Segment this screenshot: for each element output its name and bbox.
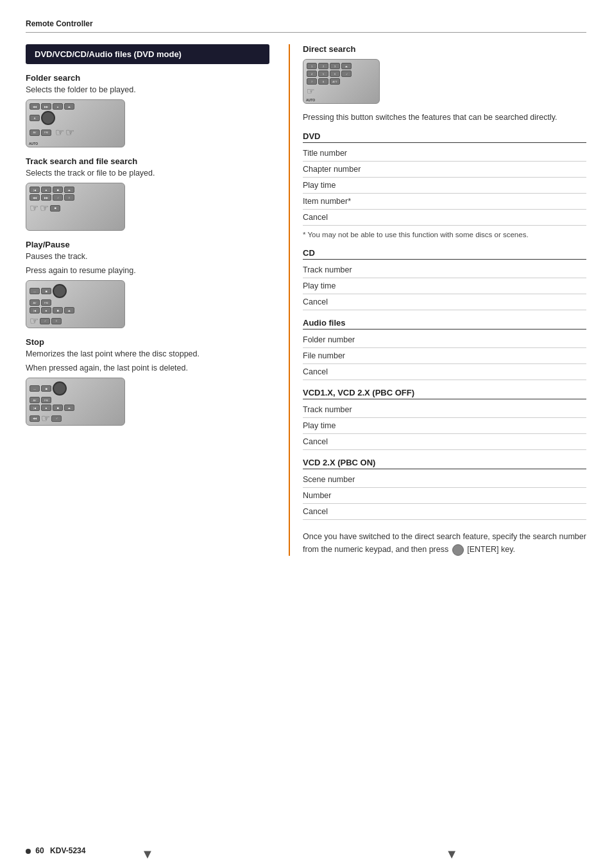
rc-btn: 8 xyxy=(318,78,328,85)
rc-btn: ✓ xyxy=(53,194,63,201)
vcd1x-section: VCD1.X, VCD 2.X (PBC OFF) Track number P… xyxy=(303,388,586,450)
rc-btn: |◀ xyxy=(30,405,40,411)
cd-item-3: Cancel xyxy=(303,294,586,310)
rc-row-3: |◀ ■ ⏹ ⏏ xyxy=(30,307,121,313)
hand-icon: ☞ xyxy=(55,126,64,138)
rc-row-4: ☞ ✓ ≡ xyxy=(30,315,121,327)
stop-line2: When pressed again, the last point is de… xyxy=(26,363,269,372)
remote-buttons-4: — ⏹ AV FM |◀ ■ ⏹ ⏏ xyxy=(30,381,121,424)
stop-title: Stop xyxy=(26,337,269,347)
rc-btn: — xyxy=(30,385,40,392)
rc-btn: ⏏ xyxy=(64,103,74,110)
right-column: Direct search 1 2 3 ⏏ 4 5 6 ✓ xyxy=(289,44,586,556)
rc-btn: ▲ xyxy=(53,103,63,110)
vcd2x-pbc-on-header: VCD 2.X (PBC ON) xyxy=(303,458,586,469)
rc-btn: AV xyxy=(30,129,40,136)
rc-row-3: ☞ ☞ ⏹ xyxy=(30,202,121,214)
vcd1x-item-2: Play time xyxy=(303,418,586,434)
vcd2x-item-1: Scene number xyxy=(303,472,586,488)
enter-key-icon xyxy=(452,544,464,556)
folder-search-section: Folder search Selects the folder to be p… xyxy=(26,73,269,147)
dvd-footnote: * You may not be able to use this functi… xyxy=(303,230,586,240)
rc-row-1: 1 2 3 ⏏ xyxy=(307,63,376,69)
direct-search-title: Direct search xyxy=(303,44,586,54)
rc-row-3: AV FM ☞ ☞ xyxy=(30,126,121,138)
bottom-note: Once you have switched to the direct sea… xyxy=(303,530,586,556)
rc-btn: FM xyxy=(41,299,51,306)
rc-btn: ⏏ xyxy=(64,187,74,193)
remote-buttons-3: — ⏹ AV FM |◀ ■ ⏹ ⏏ xyxy=(30,284,121,328)
hand-icon: ☞ xyxy=(30,315,38,327)
rc-btn: ■ xyxy=(41,405,51,411)
rc-btn: A xyxy=(30,115,40,121)
audio-item-1: Folder number xyxy=(303,332,586,348)
audio-item-2: File number xyxy=(303,348,586,364)
rc-btn: ATT xyxy=(330,78,340,85)
stop-line1: Memorizes the last point where the disc … xyxy=(26,349,269,358)
play-pause-line1: Pauses the track. xyxy=(26,252,269,261)
rc-dial-big xyxy=(53,284,67,298)
vcd2x-item-3: Cancel xyxy=(303,504,586,520)
cd-header: CD xyxy=(303,248,586,260)
rc-btn: 4 xyxy=(307,71,317,77)
rc-btn: ⏹ xyxy=(53,187,63,193)
bottom-note-text: Once you have switched to the direct sea… xyxy=(303,532,586,554)
rc-btn: |◀ xyxy=(30,307,40,313)
rc-btn: 5 xyxy=(318,71,328,77)
rc-btn: ≡ xyxy=(64,194,74,201)
cd-item-2: Play time xyxy=(303,278,586,294)
section-box-title: DVD/VCD/CD/Audio files (DVD mode) xyxy=(26,44,269,64)
rc-row-1: — ⏹ xyxy=(30,284,121,298)
dvd-item-3: Play time xyxy=(303,178,586,194)
rc-dial-big xyxy=(53,381,67,396)
rc-btn: ✓ xyxy=(341,71,352,77)
left-column-arrow: ▼ xyxy=(141,847,154,862)
stop-remote-image: — ⏹ AV FM |◀ ■ ⏹ ⏏ xyxy=(26,378,125,426)
vcd2x-pbc-on-section: VCD 2.X (PBC ON) Scene number Number Can… xyxy=(303,458,586,520)
rc-row-1: |◀ ■ ⏹ ⏏ xyxy=(30,187,121,193)
rc-btn: FM xyxy=(41,129,51,136)
footer-page-number: 60 xyxy=(35,846,44,855)
rc-row-2: ◀◀ ▶▶ ✓ ≡ xyxy=(30,194,121,201)
rc-btn: 6 xyxy=(330,71,340,77)
hand-icon: ☞ xyxy=(307,86,315,96)
rc-btn: ⏏ xyxy=(341,63,352,69)
rc-btn: ▶▶ xyxy=(41,103,51,110)
play-pause-title: Play/Pause xyxy=(26,240,269,249)
bottom-note-end: [ENTER] key. xyxy=(467,545,515,554)
audio-files-header: Audio files xyxy=(303,318,586,330)
left-column: DVD/VCD/CD/Audio files (DVD mode) Folder… xyxy=(26,44,269,556)
rc-btn: FM xyxy=(41,397,51,403)
switch-text: Pressing this button switches the featur… xyxy=(303,112,586,124)
rc-btn: ⏹ xyxy=(41,385,51,392)
hand-icon: ☞ xyxy=(41,412,50,424)
track-search-desc: Selects the track or file to be played. xyxy=(26,169,269,178)
folder-search-remote-image: ◀◀ ▶▶ ▲ ⏏ A AV FM ☞ ☞ xyxy=(26,99,125,147)
audio-files-section: Audio files Folder number File number Ca… xyxy=(303,318,586,380)
rc-label-right: AUTO xyxy=(306,98,315,102)
rc-btn: AV xyxy=(30,299,40,306)
audio-item-3: Cancel xyxy=(303,364,586,380)
vcd1x-item-1: Track number xyxy=(303,402,586,418)
rc-row-3: |◀ ■ ⏹ ⏏ xyxy=(30,405,121,411)
cd-item-1: Track number xyxy=(303,262,586,278)
header-title: Remote Controller xyxy=(26,19,93,28)
track-search-remote-image: |◀ ■ ⏹ ⏏ ◀◀ ▶▶ ✓ ≡ ☞ ☞ xyxy=(26,183,125,231)
track-search-title: Track search and file search xyxy=(26,156,269,166)
rc-btn: ⏏ xyxy=(64,307,74,313)
rc-btn: ⏹ xyxy=(50,205,60,212)
remote-buttons: ◀◀ ▶▶ ▲ ⏏ A AV FM ☞ ☞ xyxy=(30,103,121,138)
page-footer: 60 KDV-5234 xyxy=(26,846,85,855)
rc-btn: ■ xyxy=(41,187,51,193)
play-pause-remote-image: — ⏹ AV FM |◀ ■ ⏹ ⏏ xyxy=(26,280,125,328)
rc-btn: 7 xyxy=(307,78,317,85)
rc-btn: ⏹ xyxy=(53,307,63,313)
footer-model: KDV-5234 xyxy=(50,846,85,855)
vcd1x-header: VCD1.X, VCD 2.X (PBC OFF) xyxy=(303,388,586,399)
rc-btn: ◀◀ xyxy=(30,103,40,110)
remote-buttons-2: |◀ ■ ⏹ ⏏ ◀◀ ▶▶ ✓ ≡ ☞ ☞ xyxy=(30,187,121,214)
rc-btn: ◀◀ xyxy=(30,194,40,201)
remote-buttons-right: 1 2 3 ⏏ 4 5 6 ✓ 7 8 ATT xyxy=(307,63,376,96)
rc-btn: ≡ xyxy=(51,318,62,324)
rc-btn: AV xyxy=(30,397,40,403)
